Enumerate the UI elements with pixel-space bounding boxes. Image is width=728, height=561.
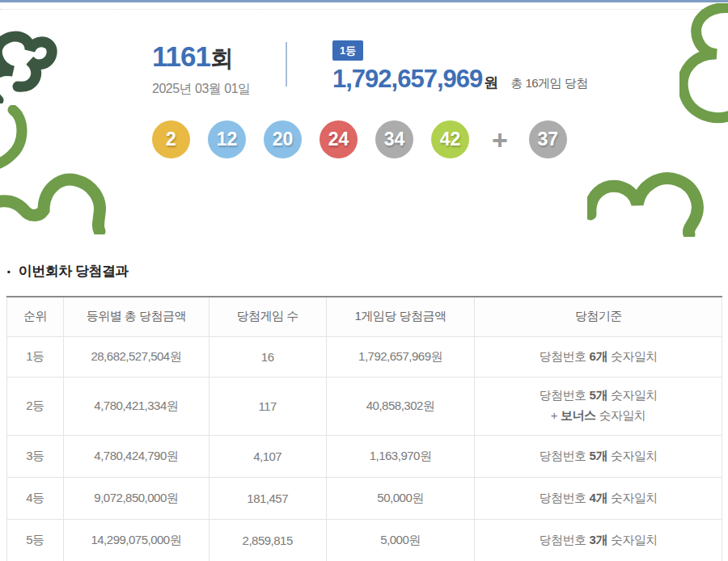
col-header-rank: 순위 — [7, 297, 64, 336]
criteria-bold: 5개 — [590, 388, 607, 402]
won-suffix: 원 — [484, 73, 498, 92]
header-divider — [286, 42, 287, 86]
lotto-result-page: 1161회 2025년 03월 01일 1등 1,792,657,969 원 총… — [0, 0, 728, 561]
table-row-rank1: 1등 28,682,527,504원 16 1,792,657,969원 당첨번… — [7, 336, 722, 377]
col-header-per-game: 1게임당 당첨금액 — [326, 297, 475, 336]
total-cell: 9,072,850,000원 — [63, 477, 209, 519]
total-cell: 14,299,075,000원 — [63, 519, 209, 561]
criteria-text: 숫자일치 — [611, 349, 658, 363]
winning-results-table: 순위 등위별 총 당첨금액 당첨게임 수 1게임당 당첨금액 당첨기준 1등 2… — [6, 296, 722, 561]
criteria-bold: 4개 — [590, 491, 607, 504]
draw-date: 2025년 03월 01일 — [152, 81, 251, 98]
games-cell: 117 — [209, 377, 326, 435]
criteria-plus: + — [551, 408, 557, 422]
draw-info: 1161회 2025년 03월 01일 — [152, 40, 251, 98]
criteria-cell: 당첨번호3개숫자일치 — [475, 519, 722, 561]
col-header-criteria: 당첨기준 — [475, 297, 722, 336]
total-cell: 28,682,527,504원 — [63, 336, 209, 377]
rank-cell: 4등 — [7, 477, 64, 519]
criteria-text: 당첨번호 — [540, 449, 586, 462]
criteria-cell: 당첨번호5개숫자일치 +보너스숫자일치 — [475, 377, 722, 435]
first-prize-info: 1등 1,792,657,969 원 총 16게임 당첨 — [332, 40, 588, 94]
total-cell: 4,780,424,790원 — [63, 435, 209, 477]
first-prize-amount: 1,792,657,969 — [332, 65, 482, 94]
top-border-line — [0, 0, 728, 2]
per-game-cell: 5,000원 — [326, 519, 475, 561]
criteria-text: 당첨번호 — [540, 349, 586, 363]
rank-cell: 3등 — [7, 435, 64, 477]
lotto-ball-2: 12 — [208, 120, 246, 158]
lotto-ball-6: 42 — [431, 120, 469, 158]
table-row-rank4: 4등 9,072,850,000원 181,457 50,000원 당첨번호4개… — [7, 477, 722, 519]
criteria-text: 숫자일치 — [611, 388, 658, 402]
criteria-text: 당첨번호 — [540, 491, 586, 504]
games-cell: 4,107 — [209, 435, 326, 477]
criteria-text: 당첨번호 — [540, 388, 586, 402]
arc-doodle-left-icon — [0, 105, 32, 179]
bonus-ball: 37 — [529, 120, 567, 158]
draw-number-suffix: 회 — [210, 43, 234, 75]
criteria-text: 숫자일치 — [611, 533, 658, 546]
draw-number: 1161 — [152, 40, 210, 73]
table-row-rank3: 3등 4,780,424,790원 4,107 1,163,970원 당첨번호5… — [7, 435, 722, 477]
table-header-row: 순위 등위별 총 당첨금액 당첨게임 수 1게임당 당첨금액 당첨기준 — [7, 297, 722, 336]
lotto-ball-1: 2 — [152, 120, 190, 158]
lotto-ball-3: 20 — [264, 120, 302, 158]
criteria-bold: 6개 — [590, 349, 607, 363]
criteria-cell: 당첨번호5개숫자일치 — [475, 435, 722, 477]
criteria-text: 숫자일치 — [611, 449, 658, 462]
lotto-ball-4: 24 — [320, 120, 358, 158]
col-header-total: 등위별 총 당첨금액 — [63, 297, 209, 336]
table-row-rank5: 5등 14,299,075,000원 2,859,815 5,000원 당첨번호… — [7, 519, 722, 561]
total-cell: 4,780,421,334원 — [63, 377, 209, 435]
per-game-cell: 1,792,657,969원 — [326, 336, 475, 377]
criteria-bold: 5개 — [590, 449, 607, 462]
table-row-rank2: 2등 4,780,421,334원 117 40,858,302원 당첨번호5개… — [7, 377, 722, 435]
top-dotted-line — [0, 9, 728, 10]
criteria-bonus-bold: 보너스 — [561, 408, 596, 422]
per-game-cell: 50,000원 — [326, 477, 475, 519]
criteria-cell: 당첨번호6개숫자일치 — [475, 336, 722, 377]
bullet-icon: · — [6, 264, 12, 280]
cloud-doodle-bottom-left-icon — [0, 163, 125, 234]
rank-cell: 5등 — [7, 519, 64, 561]
criteria-cell: 당첨번호4개숫자일치 — [475, 477, 722, 519]
games-cell: 2,859,815 — [209, 519, 326, 561]
total-games-won: 총 16게임 당첨 — [510, 76, 588, 91]
winning-numbers-row: 2 12 20 24 34 42 + 37 — [152, 120, 567, 158]
cloud-doodle-bottom-right-icon — [587, 156, 728, 237]
rank-cell: 2등 — [7, 377, 64, 435]
criteria-bold: 3개 — [590, 533, 607, 546]
col-header-games: 당첨게임 수 — [209, 297, 326, 336]
lotto-ball-5: 34 — [375, 120, 413, 158]
criteria-text: 당첨번호 — [540, 533, 586, 546]
criteria-text: 숫자일치 — [599, 408, 646, 422]
criteria-text: 숫자일치 — [611, 491, 658, 504]
tree-doodle-top-right-icon — [679, 3, 728, 149]
per-game-cell: 1,163,970원 — [326, 435, 475, 477]
games-cell: 181,457 — [209, 477, 326, 519]
plus-icon: + — [492, 126, 508, 154]
per-game-cell: 40,858,302원 — [326, 377, 475, 435]
rank-cell: 1등 — [7, 336, 64, 377]
section-title-text: 이번회차 당첨결과 — [19, 262, 129, 280]
games-cell: 16 — [209, 336, 326, 377]
first-rank-badge: 1등 — [332, 40, 363, 61]
section-title: · 이번회차 당첨결과 — [6, 262, 129, 280]
draw-title: 1161회 — [152, 40, 251, 75]
cloud-doodle-dark-top-left-icon — [0, 11, 63, 103]
